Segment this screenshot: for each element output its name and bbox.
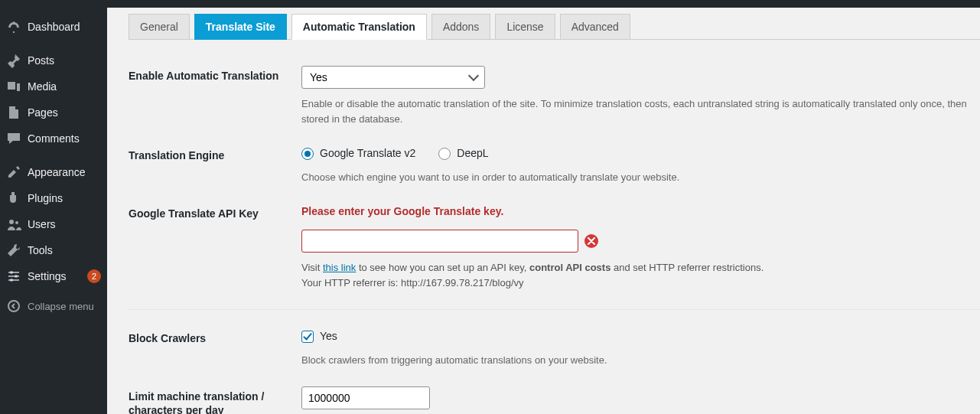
apikey-error: Please enter your Google Translate key. bbox=[301, 204, 980, 220]
plugin-icon bbox=[6, 191, 21, 206]
users-icon bbox=[6, 217, 21, 232]
sidebar-item-pages[interactable]: Pages bbox=[0, 99, 107, 126]
tab-advanced[interactable]: Advanced bbox=[560, 14, 630, 40]
block-desc: Block crawlers from triggering automatic… bbox=[301, 353, 980, 368]
enable-select[interactable]: Yes bbox=[301, 66, 485, 89]
apikey-label: Google Translate API Key bbox=[129, 204, 301, 291]
engine-radio-google[interactable] bbox=[301, 148, 314, 160]
sidebar-item-users[interactable]: Users bbox=[0, 211, 107, 237]
settings-panel: General Translate Site Automatic Transla… bbox=[107, 0, 980, 414]
sidebar-item-media[interactable]: Media bbox=[0, 73, 107, 99]
enable-label: Enable Automatic Translation bbox=[129, 66, 301, 127]
settings-tabs: General Translate Site Automatic Transla… bbox=[129, 14, 980, 40]
sidebar-item-label: Plugins bbox=[28, 192, 101, 204]
apikey-input[interactable] bbox=[301, 230, 578, 253]
sidebar-item-label: Collapse menu bbox=[28, 301, 101, 312]
sidebar-item-settings[interactable]: Settings 2 bbox=[0, 263, 107, 289]
sidebar-item-label: Appearance bbox=[28, 166, 101, 178]
pin-icon bbox=[6, 53, 21, 68]
sidebar-item-label: Tools bbox=[28, 244, 101, 256]
svg-point-4 bbox=[10, 271, 13, 274]
error-icon bbox=[584, 234, 598, 248]
limit-label: Limit machine translation / characters p… bbox=[129, 386, 301, 414]
block-checkbox[interactable] bbox=[301, 331, 314, 343]
tab-translate-site[interactable]: Translate Site bbox=[194, 14, 287, 40]
sidebar-item-label: Dashboard bbox=[28, 21, 101, 33]
svg-point-7 bbox=[8, 301, 19, 311]
admin-sidebar: Dashboard Posts Media Pages Comments bbox=[0, 0, 107, 414]
sidebar-item-comments[interactable]: Comments bbox=[0, 126, 107, 152]
engine-label: Translation Engine bbox=[129, 145, 301, 185]
sidebar-item-label: Settings bbox=[28, 270, 83, 282]
sidebar-collapse[interactable]: Collapse menu bbox=[0, 293, 107, 319]
block-checkbox-label[interactable]: Yes bbox=[301, 328, 980, 345]
tab-automatic-translation[interactable]: Automatic Translation bbox=[291, 14, 427, 40]
sidebar-item-tools[interactable]: Tools bbox=[0, 237, 107, 263]
limit-input[interactable] bbox=[301, 386, 430, 409]
sidebar-item-label: Comments bbox=[28, 132, 101, 145]
engine-radio-label: Google Translate v2 bbox=[320, 145, 415, 162]
engine-desc: Choose which engine you want to use in o… bbox=[301, 170, 980, 185]
tab-general[interactable]: General bbox=[129, 14, 190, 40]
media-icon bbox=[6, 79, 21, 94]
sidebar-item-label: Pages bbox=[28, 106, 101, 119]
settings-badge: 2 bbox=[87, 269, 101, 283]
svg-point-5 bbox=[15, 275, 18, 278]
sidebar-item-dashboard[interactable]: Dashboard bbox=[0, 14, 107, 40]
sidebar-item-plugins[interactable]: Plugins bbox=[0, 185, 107, 211]
svg-point-6 bbox=[10, 279, 13, 282]
tab-addons[interactable]: Addons bbox=[431, 14, 490, 40]
apikey-help: Visit this link to see how you can set u… bbox=[301, 260, 980, 291]
engine-option-deepl[interactable]: DeepL bbox=[438, 145, 488, 162]
enable-desc: Enable or disable the automatic translat… bbox=[301, 96, 980, 127]
block-checkbox-text: Yes bbox=[320, 328, 337, 345]
engine-option-google[interactable]: Google Translate v2 bbox=[301, 145, 415, 162]
engine-radio-deepl[interactable] bbox=[438, 148, 451, 160]
dashboard-icon bbox=[6, 19, 21, 34]
engine-radio-label: DeepL bbox=[457, 145, 488, 162]
referrer-value: http://167.99.78.217/blog/vy bbox=[401, 277, 523, 288]
appearance-icon bbox=[6, 165, 21, 180]
sidebar-item-label: Users bbox=[28, 218, 101, 230]
sidebar-item-appearance[interactable]: Appearance bbox=[0, 159, 107, 185]
collapse-icon bbox=[6, 298, 21, 314]
tools-icon bbox=[6, 243, 21, 258]
block-label: Block Crawlers bbox=[129, 328, 301, 368]
sidebar-item-label: Media bbox=[28, 80, 101, 93]
page-icon bbox=[6, 105, 21, 120]
apikey-help-link[interactable]: this link bbox=[323, 262, 356, 273]
sidebar-item-posts[interactable]: Posts bbox=[0, 47, 107, 73]
sidebar-item-label: Posts bbox=[28, 54, 101, 67]
settings-icon bbox=[6, 269, 21, 284]
svg-point-0 bbox=[9, 220, 14, 224]
comment-icon bbox=[6, 131, 21, 146]
tab-license[interactable]: License bbox=[495, 14, 555, 40]
